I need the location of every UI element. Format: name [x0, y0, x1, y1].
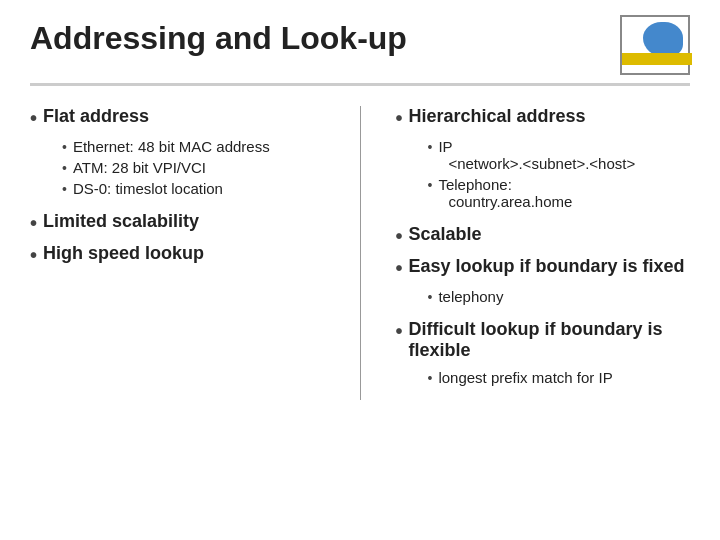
left-bullet-3: High speed lookup: [30, 243, 325, 267]
logo-blue-shape: [643, 22, 683, 57]
right-sub-telephone: Telephone: country.area.home: [428, 176, 691, 210]
left-bullet-2: Limited scalability: [30, 211, 325, 235]
right-sub-telephony: telephony: [428, 288, 691, 305]
slide-title: Addressing and Look-up: [30, 20, 407, 57]
left-bullet-1: Flat address: [30, 106, 325, 130]
right-sub-longest-prefix: longest prefix match for IP: [428, 369, 691, 386]
title-area: Addressing and Look-up: [30, 20, 690, 86]
right-sub-ip: IP <network>.<subnet>.<host>: [428, 138, 691, 172]
left-sub-bullets-1: Ethernet: 48 bit MAC address ATM: 28 bit…: [62, 138, 325, 197]
right-sub-bullets-4: longest prefix match for IP: [428, 369, 691, 386]
right-bullet-2: Scalable: [396, 224, 691, 248]
logo-box: [620, 15, 690, 75]
right-bullet-3: Easy lookup if boundary is fixed: [396, 256, 691, 280]
right-bullet-4: Difficult lookup if boundary is flexible: [396, 319, 691, 361]
left-sub-2: ATM: 28 bit VPI/VCI: [62, 159, 325, 176]
left-column: Flat address Ethernet: 48 bit MAC addres…: [30, 106, 335, 400]
logo-yellow-stripe: [622, 53, 692, 65]
logo-inner: [622, 17, 688, 73]
right-sub-bullets-3: telephony: [428, 288, 691, 305]
slide: Addressing and Look-up Flat address Ethe…: [0, 0, 720, 540]
right-bullet-1: Hierarchical address: [396, 106, 691, 130]
right-column: Hierarchical address IP <network>.<subne…: [386, 106, 691, 400]
left-sub-3: DS-0: timeslot location: [62, 180, 325, 197]
left-sub-1: Ethernet: 48 bit MAC address: [62, 138, 325, 155]
column-divider: [360, 106, 361, 400]
right-sub-bullets-1: IP <network>.<subnet>.<host> Telephone: …: [428, 138, 691, 210]
content-area: Flat address Ethernet: 48 bit MAC addres…: [30, 106, 690, 400]
